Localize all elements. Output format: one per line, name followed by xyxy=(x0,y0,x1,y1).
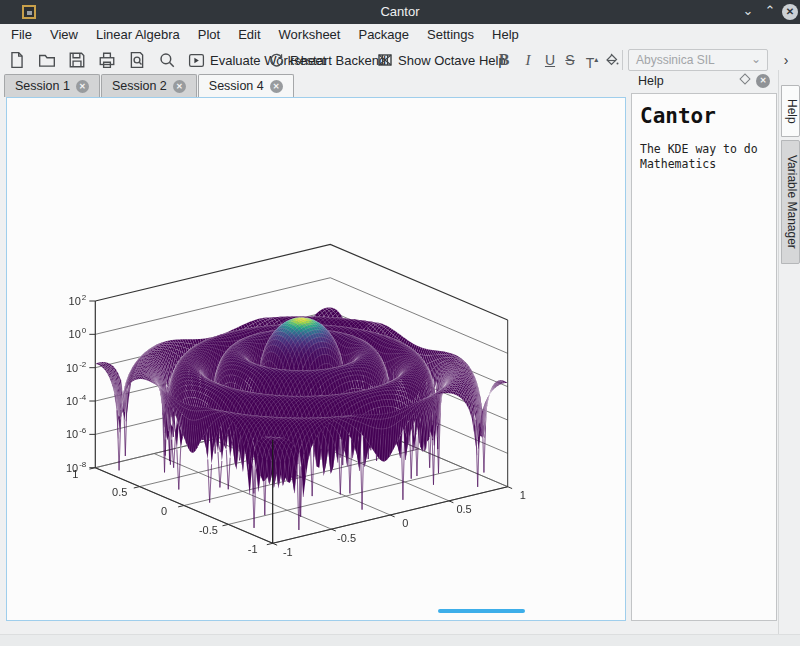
font-family-combo[interactable]: Abyssinica SIL ⌄ xyxy=(628,49,768,71)
title-bar: Cantor ⌄ ⌃ ✕ xyxy=(0,0,800,24)
help-dock-content: Cantor The KDE way to do Mathematics xyxy=(631,93,777,621)
menu-view[interactable]: View xyxy=(41,24,87,46)
help-body-text: The KDE way to do Mathematics xyxy=(640,142,768,172)
menu-bar: File View Linear Algebra Plot Edit Works… xyxy=(0,24,800,46)
show-octave-help-label: Show Octave Help xyxy=(398,53,506,68)
superscript-button[interactable]: T▴ xyxy=(581,48,603,72)
font-family-value: Abyssinica SIL xyxy=(636,53,715,67)
menu-linear-algebra[interactable]: Linear Algebra xyxy=(87,24,189,46)
worksheet-plot-canvas xyxy=(11,230,541,565)
print-preview-icon[interactable] xyxy=(128,48,146,72)
toolbar-separator xyxy=(622,50,623,70)
help-heading: Cantor xyxy=(640,104,768,128)
minimize-icon[interactable]: ⌄ xyxy=(738,0,758,24)
octave-help-icon xyxy=(377,52,393,68)
tab-session-2[interactable]: Session 2 ✕ xyxy=(101,74,197,97)
help-dock: Help ✕ Cantor The KDE way to do Mathemat… xyxy=(631,70,777,621)
italic-button[interactable]: I xyxy=(518,48,538,72)
menu-plot[interactable]: Plot xyxy=(189,24,229,46)
menu-worksheet[interactable]: Worksheet xyxy=(270,24,350,46)
bold-button[interactable]: B xyxy=(494,48,514,72)
superscript-arrow-icon: ▴ xyxy=(594,55,598,64)
restart-backend-button[interactable]: Restart Backend xyxy=(268,48,386,72)
menu-edit[interactable]: Edit xyxy=(229,24,269,46)
search-icon[interactable] xyxy=(158,48,176,72)
restart-icon xyxy=(268,52,285,69)
tab-close-icon[interactable]: ✕ xyxy=(270,80,283,93)
worksheet-area[interactable] xyxy=(6,97,626,621)
close-icon[interactable]: ✕ xyxy=(782,4,798,20)
status-bar xyxy=(0,634,800,646)
tab-label: Session 2 xyxy=(112,79,167,93)
menu-file[interactable]: File xyxy=(2,24,41,46)
side-tab-variable-manager[interactable]: Variable Manager xyxy=(781,140,800,264)
restart-backend-label: Restart Backend xyxy=(290,53,386,68)
print-icon[interactable] xyxy=(98,48,116,72)
menu-package[interactable]: Package xyxy=(349,24,418,46)
dock-close-icon[interactable]: ✕ xyxy=(756,74,770,88)
superscript-label: T xyxy=(586,55,595,71)
menu-settings[interactable]: Settings xyxy=(418,24,483,46)
tab-close-icon[interactable]: ✕ xyxy=(173,80,186,93)
toolbar-overflow-button[interactable]: › xyxy=(776,48,796,72)
save-icon[interactable] xyxy=(68,48,86,72)
strikethrough-button[interactable]: S xyxy=(560,48,580,72)
menu-help[interactable]: Help xyxy=(483,24,528,46)
tab-session-4[interactable]: Session 4 ✕ xyxy=(198,74,294,97)
show-octave-help-button[interactable]: Show Octave Help xyxy=(377,48,506,72)
chevron-down-icon: ⌄ xyxy=(751,49,761,69)
window-title: Cantor xyxy=(0,0,800,24)
tab-close-icon[interactable]: ✕ xyxy=(76,80,89,93)
evaluate-play-icon xyxy=(188,52,205,69)
tab-label: Session 4 xyxy=(209,79,264,93)
tab-session-1[interactable]: Session 1 ✕ xyxy=(4,74,100,97)
new-document-icon[interactable] xyxy=(8,48,26,72)
session-tab-bar: Session 1 ✕ Session 2 ✕ Session 4 ✕ xyxy=(4,74,295,97)
command-entry-indicator[interactable] xyxy=(438,609,525,613)
open-folder-icon[interactable] xyxy=(38,48,56,72)
underline-button[interactable]: U xyxy=(540,48,560,72)
tab-label: Session 1 xyxy=(15,79,70,93)
side-tab-help[interactable]: Help xyxy=(781,85,800,137)
dock-tab-strip: Help Variable Manager xyxy=(778,70,800,646)
maximize-icon[interactable]: ⌃ xyxy=(760,0,780,24)
